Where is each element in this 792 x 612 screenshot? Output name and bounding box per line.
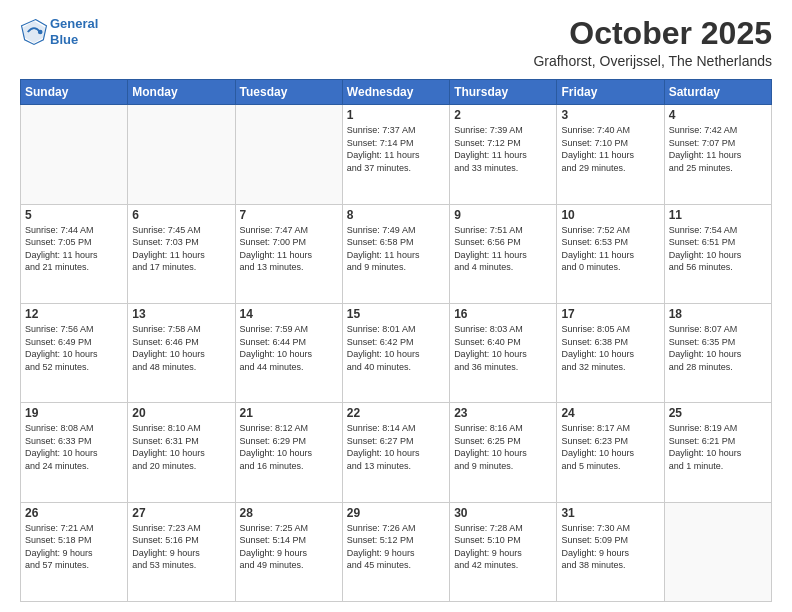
calendar-cell: 3Sunrise: 7:40 AM Sunset: 7:10 PM Daylig… <box>557 105 664 204</box>
day-info: Sunrise: 7:28 AM Sunset: 5:10 PM Dayligh… <box>454 522 552 572</box>
calendar-table: SundayMondayTuesdayWednesdayThursdayFrid… <box>20 79 772 602</box>
day-number: 23 <box>454 406 552 420</box>
calendar-cell <box>235 105 342 204</box>
calendar-cell: 27Sunrise: 7:23 AM Sunset: 5:16 PM Dayli… <box>128 502 235 601</box>
day-number: 5 <box>25 208 123 222</box>
day-number: 15 <box>347 307 445 321</box>
day-info: Sunrise: 8:12 AM Sunset: 6:29 PM Dayligh… <box>240 422 338 472</box>
day-info: Sunrise: 7:21 AM Sunset: 5:18 PM Dayligh… <box>25 522 123 572</box>
logo-line1: General <box>50 16 98 31</box>
calendar-week-row: 19Sunrise: 8:08 AM Sunset: 6:33 PM Dayli… <box>21 403 772 502</box>
day-info: Sunrise: 7:39 AM Sunset: 7:12 PM Dayligh… <box>454 124 552 174</box>
day-info: Sunrise: 7:51 AM Sunset: 6:56 PM Dayligh… <box>454 224 552 274</box>
day-header-sunday: Sunday <box>21 80 128 105</box>
calendar-cell: 5Sunrise: 7:44 AM Sunset: 7:05 PM Daylig… <box>21 204 128 303</box>
calendar-cell: 17Sunrise: 8:05 AM Sunset: 6:38 PM Dayli… <box>557 303 664 402</box>
day-number: 31 <box>561 506 659 520</box>
day-number: 6 <box>132 208 230 222</box>
calendar-cell: 13Sunrise: 7:58 AM Sunset: 6:46 PM Dayli… <box>128 303 235 402</box>
day-header-friday: Friday <box>557 80 664 105</box>
day-number: 29 <box>347 506 445 520</box>
calendar-cell: 28Sunrise: 7:25 AM Sunset: 5:14 PM Dayli… <box>235 502 342 601</box>
calendar-cell: 6Sunrise: 7:45 AM Sunset: 7:03 PM Daylig… <box>128 204 235 303</box>
calendar-cell <box>128 105 235 204</box>
day-info: Sunrise: 7:47 AM Sunset: 7:00 PM Dayligh… <box>240 224 338 274</box>
logo-icon <box>20 18 48 46</box>
calendar-cell: 18Sunrise: 8:07 AM Sunset: 6:35 PM Dayli… <box>664 303 771 402</box>
calendar-cell: 16Sunrise: 8:03 AM Sunset: 6:40 PM Dayli… <box>450 303 557 402</box>
day-number: 8 <box>347 208 445 222</box>
calendar-cell: 20Sunrise: 8:10 AM Sunset: 6:31 PM Dayli… <box>128 403 235 502</box>
svg-point-2 <box>38 29 43 34</box>
calendar-cell: 21Sunrise: 8:12 AM Sunset: 6:29 PM Dayli… <box>235 403 342 502</box>
day-number: 11 <box>669 208 767 222</box>
calendar-cell: 19Sunrise: 8:08 AM Sunset: 6:33 PM Dayli… <box>21 403 128 502</box>
day-info: Sunrise: 8:10 AM Sunset: 6:31 PM Dayligh… <box>132 422 230 472</box>
calendar-cell: 22Sunrise: 8:14 AM Sunset: 6:27 PM Dayli… <box>342 403 449 502</box>
day-info: Sunrise: 7:45 AM Sunset: 7:03 PM Dayligh… <box>132 224 230 274</box>
calendar-cell: 7Sunrise: 7:47 AM Sunset: 7:00 PM Daylig… <box>235 204 342 303</box>
day-header-tuesday: Tuesday <box>235 80 342 105</box>
day-number: 20 <box>132 406 230 420</box>
day-number: 25 <box>669 406 767 420</box>
day-info: Sunrise: 8:14 AM Sunset: 6:27 PM Dayligh… <box>347 422 445 472</box>
month-title: October 2025 <box>533 16 772 51</box>
calendar-cell: 8Sunrise: 7:49 AM Sunset: 6:58 PM Daylig… <box>342 204 449 303</box>
day-number: 9 <box>454 208 552 222</box>
day-number: 30 <box>454 506 552 520</box>
day-number: 24 <box>561 406 659 420</box>
day-header-thursday: Thursday <box>450 80 557 105</box>
logo-text: General Blue <box>50 16 98 47</box>
calendar-week-row: 5Sunrise: 7:44 AM Sunset: 7:05 PM Daylig… <box>21 204 772 303</box>
day-number: 7 <box>240 208 338 222</box>
title-block: October 2025 Grafhorst, Overijssel, The … <box>533 16 772 69</box>
day-number: 10 <box>561 208 659 222</box>
calendar-cell: 4Sunrise: 7:42 AM Sunset: 7:07 PM Daylig… <box>664 105 771 204</box>
day-number: 3 <box>561 108 659 122</box>
day-number: 17 <box>561 307 659 321</box>
day-info: Sunrise: 8:03 AM Sunset: 6:40 PM Dayligh… <box>454 323 552 373</box>
day-number: 16 <box>454 307 552 321</box>
calendar-cell: 12Sunrise: 7:56 AM Sunset: 6:49 PM Dayli… <box>21 303 128 402</box>
page: General Blue October 2025 Grafhorst, Ove… <box>0 0 792 612</box>
day-header-wednesday: Wednesday <box>342 80 449 105</box>
calendar-cell: 29Sunrise: 7:26 AM Sunset: 5:12 PM Dayli… <box>342 502 449 601</box>
calendar-cell: 23Sunrise: 8:16 AM Sunset: 6:25 PM Dayli… <box>450 403 557 502</box>
logo: General Blue <box>20 16 98 47</box>
day-info: Sunrise: 7:30 AM Sunset: 5:09 PM Dayligh… <box>561 522 659 572</box>
calendar-cell: 25Sunrise: 8:19 AM Sunset: 6:21 PM Dayli… <box>664 403 771 502</box>
day-header-monday: Monday <box>128 80 235 105</box>
calendar-cell: 26Sunrise: 7:21 AM Sunset: 5:18 PM Dayli… <box>21 502 128 601</box>
day-info: Sunrise: 7:54 AM Sunset: 6:51 PM Dayligh… <box>669 224 767 274</box>
calendar-cell <box>664 502 771 601</box>
day-info: Sunrise: 7:40 AM Sunset: 7:10 PM Dayligh… <box>561 124 659 174</box>
calendar-cell: 11Sunrise: 7:54 AM Sunset: 6:51 PM Dayli… <box>664 204 771 303</box>
day-info: Sunrise: 8:05 AM Sunset: 6:38 PM Dayligh… <box>561 323 659 373</box>
calendar-cell: 10Sunrise: 7:52 AM Sunset: 6:53 PM Dayli… <box>557 204 664 303</box>
day-number: 28 <box>240 506 338 520</box>
day-number: 13 <box>132 307 230 321</box>
day-info: Sunrise: 8:16 AM Sunset: 6:25 PM Dayligh… <box>454 422 552 472</box>
day-info: Sunrise: 7:44 AM Sunset: 7:05 PM Dayligh… <box>25 224 123 274</box>
day-info: Sunrise: 8:17 AM Sunset: 6:23 PM Dayligh… <box>561 422 659 472</box>
calendar-week-row: 12Sunrise: 7:56 AM Sunset: 6:49 PM Dayli… <box>21 303 772 402</box>
day-info: Sunrise: 7:56 AM Sunset: 6:49 PM Dayligh… <box>25 323 123 373</box>
calendar-cell: 31Sunrise: 7:30 AM Sunset: 5:09 PM Dayli… <box>557 502 664 601</box>
calendar-cell <box>21 105 128 204</box>
day-number: 12 <box>25 307 123 321</box>
day-info: Sunrise: 7:59 AM Sunset: 6:44 PM Dayligh… <box>240 323 338 373</box>
calendar-cell: 14Sunrise: 7:59 AM Sunset: 6:44 PM Dayli… <box>235 303 342 402</box>
day-number: 19 <box>25 406 123 420</box>
day-number: 4 <box>669 108 767 122</box>
day-info: Sunrise: 8:07 AM Sunset: 6:35 PM Dayligh… <box>669 323 767 373</box>
header: General Blue October 2025 Grafhorst, Ove… <box>20 16 772 69</box>
day-header-saturday: Saturday <box>664 80 771 105</box>
calendar-week-row: 26Sunrise: 7:21 AM Sunset: 5:18 PM Dayli… <box>21 502 772 601</box>
calendar-header-row: SundayMondayTuesdayWednesdayThursdayFrid… <box>21 80 772 105</box>
day-info: Sunrise: 8:19 AM Sunset: 6:21 PM Dayligh… <box>669 422 767 472</box>
calendar-week-row: 1Sunrise: 7:37 AM Sunset: 7:14 PM Daylig… <box>21 105 772 204</box>
calendar-cell: 2Sunrise: 7:39 AM Sunset: 7:12 PM Daylig… <box>450 105 557 204</box>
day-number: 26 <box>25 506 123 520</box>
day-number: 2 <box>454 108 552 122</box>
calendar-cell: 15Sunrise: 8:01 AM Sunset: 6:42 PM Dayli… <box>342 303 449 402</box>
